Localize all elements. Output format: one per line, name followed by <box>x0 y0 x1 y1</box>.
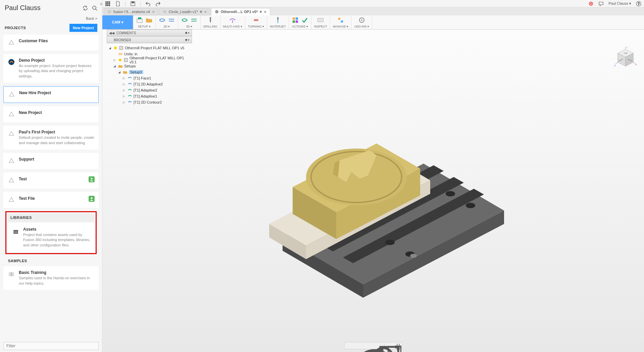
toolpath-icon <box>128 100 132 105</box>
grid-settings-icon[interactable] <box>395 343 399 348</box>
tree-arrow-icon[interactable]: ▷ <box>123 95 126 98</box>
svg-text:Z: Z <box>614 64 616 67</box>
project-triangle-icon <box>7 157 15 165</box>
project-name: Customer Files <box>19 39 95 43</box>
redo-icon[interactable] <box>155 1 161 6</box>
tree-operation[interactable]: ▷ [T1] 2D Adaptive2 <box>107 81 192 87</box>
ribbon-group-turning[interactable]: TURNING ▾ <box>245 15 267 29</box>
ribbon-group-multiaxis[interactable]: MULTI-AXIS ▾ <box>220 15 245 29</box>
tree-arrow-icon[interactable]: ▷ <box>123 101 126 104</box>
grid-icon[interactable] <box>105 1 110 6</box>
2d-icon <box>158 16 166 24</box>
tree-operation[interactable]: ▷ [T1] Adaptive2 <box>107 87 192 93</box>
svg-point-47 <box>446 191 455 196</box>
separator <box>125 1 126 6</box>
tab-close-icon[interactable]: ✕ <box>152 10 155 14</box>
svg-rect-38 <box>341 20 343 22</box>
tree-arrow-icon[interactable]: ◢ <box>118 70 121 74</box>
ribbon-group-manage[interactable]: MANAGE ▾ <box>330 15 352 29</box>
tree-label: Othermill Project FLAT MILL OP1 v5 <box>125 46 184 50</box>
sample-item[interactable]: Basic Training Samples used in the Hands… <box>3 266 99 290</box>
panel-options-icon[interactable] <box>185 32 187 34</box>
toolpath-icon <box>128 88 132 93</box>
orbit-icon[interactable] <box>347 343 352 348</box>
ribbon-group-waterjet[interactable]: WATERJET <box>267 15 289 29</box>
project-item[interactable]: Customer Files <box>3 35 99 51</box>
filter-input[interactable] <box>3 342 99 350</box>
project-triangle-icon <box>7 176 15 184</box>
project-desc: Default project created to invite people… <box>19 135 95 145</box>
user-menu[interactable]: Paul Clauss ▾ <box>608 1 631 6</box>
tree-root[interactable]: ◢ Othermill Project FLAT MILL OP1 v5 <box>107 45 192 51</box>
tree-arrow-icon[interactable]: ◢ <box>109 46 112 50</box>
new-project-button[interactable]: New Project <box>69 24 97 32</box>
ribbon-group-setup[interactable]: SETUP ▾ <box>133 15 156 29</box>
project-item[interactable]: Paul's First Project Default project cre… <box>3 126 99 150</box>
tree-label: [T1] 2D Adaptive2 <box>134 82 163 86</box>
tree-component[interactable]: ▷ Othermill Project FLAT MILL OP1 v5:1 <box>107 57 192 63</box>
project-item[interactable]: Test File <box>3 192 99 208</box>
tree-label: [T1] Face1 <box>134 76 151 80</box>
chevron-down-icon[interactable]: ▾ <box>188 31 190 35</box>
browser-panel-header[interactable]: BROWSER ▾ <box>107 37 192 43</box>
svg-text:X: X <box>635 63 637 66</box>
tree-operation[interactable]: ▷ [T1] Adaptive1 <box>107 93 192 99</box>
tab-label: fusion f fi…erations v4 <box>113 10 150 14</box>
collapse-icon[interactable]: ◀◀ <box>109 31 114 35</box>
refresh-icon[interactable] <box>83 5 88 11</box>
ribbon-group-2d[interactable]: 2D ▾ <box>156 15 178 29</box>
tree-arrow-icon[interactable]: ▷ <box>123 89 126 92</box>
panel-options-icon[interactable] <box>185 39 187 41</box>
document-tab[interactable]: Circle_LeadIn v1* ✕ <box>159 8 210 15</box>
svg-point-26 <box>215 10 218 13</box>
assets-icon <box>12 227 20 235</box>
visibility-bulb-icon[interactable] <box>118 58 122 62</box>
visibility-bulb-icon[interactable] <box>113 46 117 50</box>
tree-arrow-icon[interactable]: ▷ <box>123 82 126 86</box>
display-icon[interactable] <box>387 343 392 348</box>
file-icon[interactable] <box>115 1 120 6</box>
search-icon[interactable] <box>92 5 97 11</box>
fit-icon[interactable] <box>377 343 382 348</box>
zoom-icon[interactable] <box>369 343 374 348</box>
record-icon[interactable] <box>588 1 594 6</box>
tree-arrow-icon[interactable]: ▷ <box>123 76 126 80</box>
tree-setup[interactable]: ◢ Setup3 <box>107 69 192 75</box>
workspace-switcher[interactable]: CAM ▾ <box>102 15 133 29</box>
look-icon[interactable] <box>355 343 359 348</box>
pan-icon[interactable] <box>362 343 367 348</box>
ribbon-group-3d[interactable]: 3D ▾ <box>178 15 201 29</box>
chevron-down-icon[interactable]: ▾ <box>188 38 190 42</box>
close-panel-icon[interactable]: × <box>100 1 103 7</box>
library-item-assets[interactable]: Assets Project that contains assets used… <box>8 223 94 252</box>
project-item-selected[interactable]: New Hire Project <box>3 86 99 103</box>
tab-close-icon[interactable]: ✕ <box>204 10 207 14</box>
ribbon-group-addins[interactable]: ADD-INS ▾ <box>351 15 372 29</box>
project-item[interactable]: New Project <box>3 106 99 122</box>
view-cube[interactable]: TOP FRONT RIGHT X Y Z <box>614 46 637 73</box>
help-icon[interactable]: ? <box>636 1 641 6</box>
project-triangle-icon <box>7 110 15 118</box>
ribbon-group-inspect[interactable]: INSPECT <box>311 15 330 29</box>
tree-arrow-icon[interactable]: ◢ <box>113 64 117 68</box>
undo-icon[interactable] <box>145 1 151 6</box>
project-item[interactable]: Test <box>3 172 99 188</box>
ribbon-group-actions[interactable]: ACTIONS ▾ <box>289 15 311 29</box>
comments-panel-header[interactable]: ◀◀ COMMENTS ▾ <box>107 30 192 36</box>
tab-close-icon[interactable]: ✕ <box>264 10 266 14</box>
project-item[interactable]: Support <box>3 153 99 169</box>
comment-icon[interactable] <box>598 1 604 6</box>
project-item[interactable]: Demo Project An example project. Explore… <box>3 54 99 83</box>
back-link[interactable]: Back > <box>0 16 102 21</box>
tree-operation[interactable]: ▷ [T1] 2D Contour2 <box>107 99 192 105</box>
document-tab[interactable]: fusion f fi…erations v4 ✕ <box>104 8 158 15</box>
svg-point-79 <box>114 47 117 49</box>
project-name: New Hire Project <box>19 91 94 95</box>
save-icon[interactable] <box>130 1 136 6</box>
ribbon-label: MULTI-AXIS ▾ <box>223 25 242 28</box>
tree-operation[interactable]: ▷ [T1] Face1 <box>107 75 192 81</box>
ribbon-group-drilling[interactable]: DRILLING <box>201 15 220 29</box>
tree-arrow-icon[interactable]: ▷ <box>113 58 117 62</box>
document-tab-active[interactable]: Othermill…L OP1 v5* ✕ <box>211 8 270 15</box>
addins-icon <box>358 16 365 24</box>
